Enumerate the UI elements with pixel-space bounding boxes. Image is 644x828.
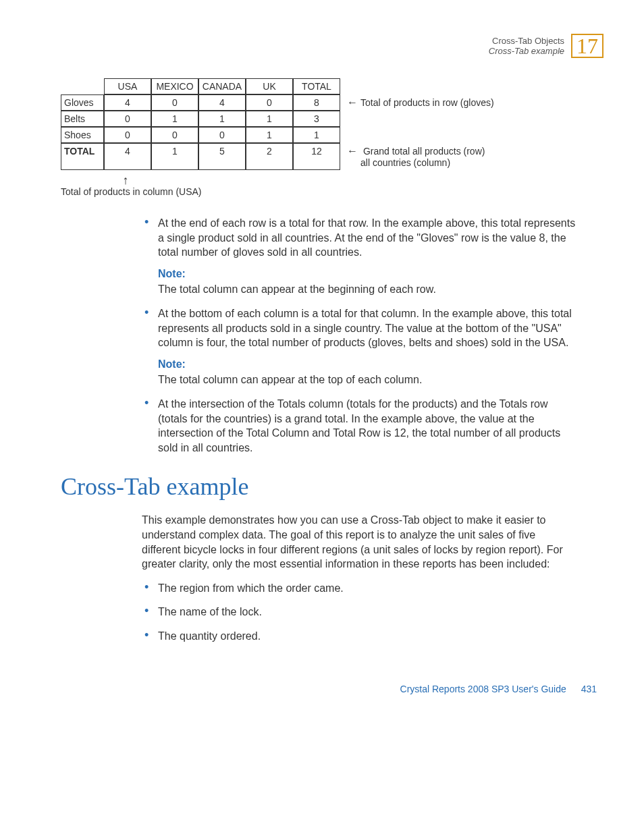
- table-corner: [61, 78, 104, 94]
- list-item: The region from which the order came.: [142, 581, 576, 596]
- bullet-text: The region from which the order came.: [158, 582, 344, 594]
- header-sub-line: Cross-Tab example: [489, 46, 564, 56]
- list-item: The quantity ordered.: [142, 629, 576, 644]
- bullet-text: The quantity ordered.: [158, 630, 261, 642]
- page-header: Cross-Tab Objects Cross-Tab example 17: [41, 34, 603, 58]
- col-header: MEXICO: [151, 78, 198, 94]
- row-total: 3: [293, 111, 340, 127]
- page-footer: Crystal Reports 2008 SP3 User's Guide 43…: [41, 684, 603, 694]
- footer-text: Crystal Reports 2008 SP3 User's Guide: [400, 684, 566, 694]
- grand-annotation: ← Grand total all products (row) all cou…: [340, 143, 485, 170]
- arrow-left-icon: ←: [347, 96, 358, 109]
- column-caption: Total of products in column (USA): [61, 186, 603, 197]
- table-cell: 0: [246, 94, 293, 111]
- list-item: At the intersection of the Totals column…: [142, 397, 576, 455]
- col-header: UK: [246, 78, 293, 94]
- grand-total: 12: [293, 143, 340, 170]
- list-item: The name of the lock.: [142, 605, 576, 619]
- note-label: Note:: [158, 267, 576, 281]
- row-annotation-text: Total of products in row (gloves): [360, 97, 494, 108]
- grand-annotation-text-2: all countries (column): [347, 157, 485, 168]
- section-heading: Cross-Tab example: [61, 472, 603, 501]
- row-header-total: TOTAL: [61, 143, 104, 170]
- bullet-text: At the bottom of each column is a total …: [158, 308, 572, 348]
- list-item: At the bottom of each column is a total …: [142, 306, 576, 387]
- chapter-number-box: 17: [571, 34, 603, 58]
- note-text: The total column can appear at the top o…: [158, 372, 576, 387]
- table-cell: 1: [246, 111, 293, 127]
- list-item: At the end of each row is a total for th…: [142, 216, 576, 297]
- row-header: Shoes: [61, 127, 104, 143]
- row-total: 8: [293, 94, 340, 111]
- row-header: Belts: [61, 111, 104, 127]
- section-intro: This example demonstrates how you can us…: [142, 513, 576, 571]
- table-cell: 1: [246, 127, 293, 143]
- row-annotation: ← Total of products in row (gloves): [340, 94, 494, 111]
- page-number: 431: [581, 684, 597, 694]
- column-arrow: ↑: [61, 174, 603, 186]
- col-total: 2: [246, 143, 293, 170]
- col-total: 4: [104, 143, 151, 170]
- table-cell: 1: [151, 111, 198, 127]
- col-header-total: TOTAL: [293, 78, 340, 94]
- col-header: CANADA: [198, 78, 246, 94]
- note-text: The total column can appear at the begin…: [158, 282, 576, 297]
- bullet-text: At the end of each row is a total for th…: [158, 217, 575, 258]
- body-content: At the end of each row is a total for th…: [142, 216, 576, 455]
- table-cell: 0: [151, 127, 198, 143]
- row-header: Gloves: [61, 94, 104, 111]
- table-cell: 4: [104, 94, 151, 111]
- bullet-text: The name of the lock.: [158, 606, 262, 617]
- table-cell: 4: [198, 94, 246, 111]
- arrow-up-icon: ↑: [104, 174, 147, 186]
- col-header: USA: [104, 78, 151, 94]
- table-cell: 0: [151, 94, 198, 111]
- bullet-text: At the intersection of the Totals column…: [158, 398, 560, 453]
- table-cell: 0: [104, 111, 151, 127]
- table-cell: 0: [104, 127, 151, 143]
- arrow-left-icon: ←: [347, 145, 358, 157]
- crosstab-table: USA MEXICO CANADA UK TOTAL Gloves 4 0 4 …: [61, 78, 603, 170]
- header-top-line: Cross-Tab Objects: [489, 36, 564, 46]
- col-total: 1: [151, 143, 198, 170]
- table-cell: 0: [198, 127, 246, 143]
- col-total: 5: [198, 143, 246, 170]
- row-total: 1: [293, 127, 340, 143]
- chapter-number: 17: [576, 34, 598, 58]
- table-cell: 1: [198, 111, 246, 127]
- grand-annotation-text: Grand total all products (row): [363, 146, 485, 157]
- note-label: Note:: [158, 357, 576, 372]
